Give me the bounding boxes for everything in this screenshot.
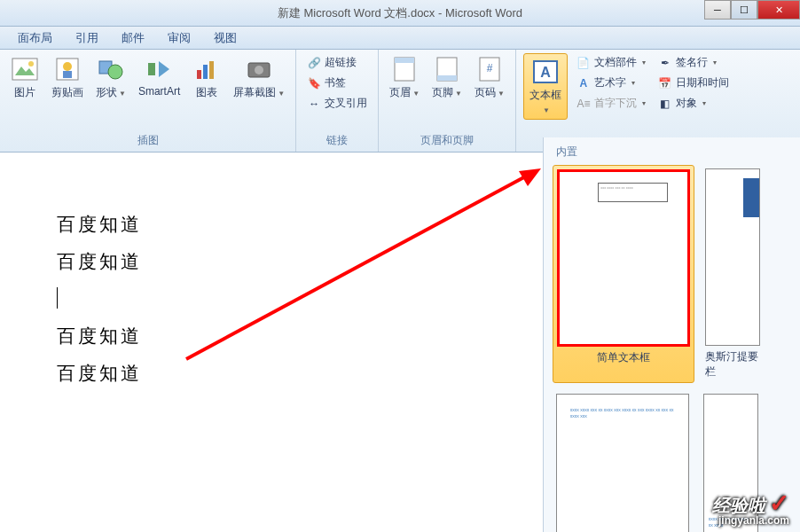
datetime-icon: 📅 [658,76,672,90]
thumb-3: xxxx xxxx xxx xx xxxx xxx xxxx xx xxx xx… [556,394,689,532]
wordart-label: 艺术字 [594,75,626,90]
footer-button[interactable]: 页脚▼ [428,53,466,102]
picture-icon [11,55,39,83]
screenshot-label: 屏幕截图▼ [233,85,285,100]
chart-button[interactable]: 图表 [189,53,224,102]
svg-point-2 [28,61,34,66]
svg-rect-11 [203,65,208,79]
document-area[interactable]: 百度知道 百度知道 百度知道 百度知道 [0,153,543,532]
gallery-item-label: 奥斯汀提要栏 [705,349,760,379]
quickparts-icon: 📄 [576,56,591,70]
tab-review[interactable]: 审阅 [157,27,201,50]
textbox-button[interactable]: A 文本框▼ [523,53,568,120]
pagenum-label: 页码▼ [475,85,505,100]
watermark: 经验啦✓ jingyanla.com [712,489,789,527]
object-label: 对象 [676,96,697,111]
text-cursor [57,287,58,309]
smartart-icon [145,55,174,83]
svg-marker-9 [159,61,169,77]
tab-pagelayout[interactable]: 面布局 [7,27,63,50]
header-icon [390,55,419,83]
picture-label: 图片 [14,85,35,100]
bookmark-icon: 🔖 [307,76,321,90]
svg-rect-12 [209,61,214,79]
svg-rect-8 [148,63,155,75]
tab-view[interactable]: 视图 [203,27,247,50]
textbox-icon: A [531,58,560,86]
group-links: 🔗超链接 🔖书签 ↔交叉引用 链接 [296,50,379,152]
hyperlink-button[interactable]: 🔗超链接 [303,53,371,72]
footer-label: 页脚▼ [432,85,462,100]
svg-point-4 [63,62,72,71]
doc-line-empty [57,280,543,317]
dropcap-icon: A≡ [576,97,591,111]
doc-line: 百度知道 [57,355,543,392]
gallery-header: 内置 [549,143,795,161]
gallery-item-austin[interactable]: 奥斯汀提要栏 [702,165,764,383]
maximize-button[interactable]: ☐ [731,0,757,20]
gallery-grid: xxx xxxx xxx xx xxxx 简单文本框 奥斯汀提要栏 [549,161,795,387]
svg-rect-10 [197,70,201,79]
pagenum-icon: # [475,55,504,83]
svg-text:A: A [540,65,551,80]
pagenum-button[interactable]: # 页码▼ [471,53,508,102]
shapes-icon [97,55,125,83]
group-links-label: 链接 [303,131,371,150]
crossref-button[interactable]: ↔交叉引用 [303,94,371,113]
gallery-item-simple-textbox[interactable]: xxx xxxx xxx xx xxxx 简单文本框 [553,165,694,383]
object-button[interactable]: ◧对象▾ [655,94,733,113]
bookmark-label: 书签 [325,75,346,90]
minimize-button[interactable]: ─ [704,0,731,20]
tab-references[interactable]: 引用 [65,27,109,50]
tab-mailings[interactable]: 邮件 [111,27,155,50]
sigline-label: 签名行 [676,55,708,70]
thumb-simple: xxx xxxx xxx xx xxxx [557,169,690,347]
svg-rect-5 [63,71,72,78]
sigline-icon: ✒ [658,56,672,70]
smartart-button[interactable]: SmartArt [135,53,184,99]
screenshot-icon [245,55,273,83]
crossref-icon: ↔ [307,97,321,111]
gallery-item-3[interactable]: xxxx xxxx xxx xx xxxx xxx xxxx xx xxx xx… [553,390,693,532]
clipart-button[interactable]: 剪贴画 [48,53,87,102]
doc-line: 百度知道 [57,243,543,280]
shapes-button[interactable]: 形状▼ [92,53,129,102]
window-title: 新建 Microsoft Word 文档.docx - Microsoft Wo… [7,5,793,21]
doc-line: 百度知道 [57,206,543,243]
doc-line: 百度知道 [57,317,543,355]
svg-rect-18 [437,75,457,81]
shapes-label: 形状▼ [96,85,126,100]
datetime-label: 日期和时间 [676,75,729,90]
screenshot-button[interactable]: 屏幕截图▼ [230,53,288,102]
sigline-button[interactable]: ✒签名行▾ [655,53,733,72]
quickparts-button[interactable]: 📄文档部件▾ [573,53,649,72]
clipart-icon [53,55,82,83]
header-button[interactable]: 页眉▼ [386,53,423,102]
bookmark-button[interactable]: 🔖书签 [303,74,371,92]
dropcap-button[interactable]: A≡首字下沉▾ [573,94,649,113]
watermark-sub: jingyanla.com [712,514,789,527]
textbox-label: 文本框▼ [529,88,561,115]
thumb-austin [705,168,760,346]
clipart-label: 剪贴画 [51,85,83,100]
group-headerfooter-label: 页眉和页脚 [386,131,508,150]
svg-rect-16 [395,58,414,63]
gallery-item-label: 简单文本框 [597,350,650,365]
quickparts-label: 文档部件 [594,55,637,70]
title-bar: 新建 Microsoft Word 文档.docx - Microsoft Wo… [0,0,800,27]
smartart-label: SmartArt [138,85,180,98]
close-button[interactable]: ✕ [757,0,800,20]
group-text: A 文本框▼ 📄文档部件▾ A艺术字▾ A≡首字下沉▾ ✒签名行▾ 📅日期和时间… [516,50,740,152]
wordart-button[interactable]: A艺术字▾ [573,74,649,92]
ribbon-tabs: 面布局 引用 邮件 审阅 视图 [0,27,800,50]
group-illustrations-label: 插图 [7,131,288,150]
crossref-label: 交叉引用 [325,96,367,111]
hyperlink-icon: 🔗 [307,56,321,70]
group-illustrations: 图片 剪贴画 形状▼ SmartArt 图表 屏幕截图▼ [0,50,296,152]
chart-label: 图表 [196,85,217,100]
chart-icon [192,55,221,83]
datetime-button[interactable]: 📅日期和时间 [655,74,733,92]
check-icon: ✓ [769,489,789,517]
picture-button[interactable]: 图片 [7,53,43,102]
footer-icon [433,55,461,83]
